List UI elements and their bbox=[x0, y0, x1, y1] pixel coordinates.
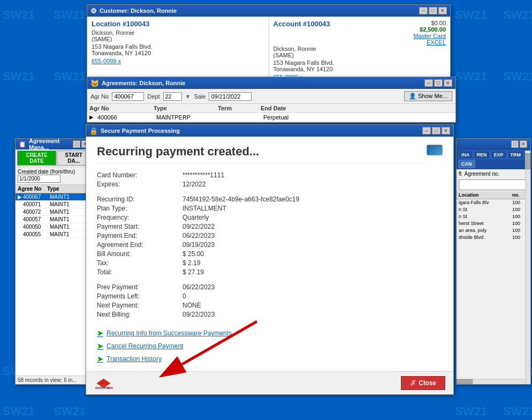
watermark-1: SW21 bbox=[3, 8, 35, 22]
payment-maximize-btn[interactable]: □ bbox=[432, 127, 440, 134]
customer-window-controls[interactable]: ─ □ ✕ bbox=[419, 7, 447, 14]
type-col-header: Type bbox=[154, 105, 218, 111]
account-panel: Account #100043 $0.00 $2,500.00 Master C… bbox=[269, 17, 451, 84]
watermark-13: SW21 bbox=[3, 404, 35, 418]
show-me-button[interactable]: 👤 Show Me... bbox=[404, 91, 452, 101]
payment-minimize-btn[interactable]: ─ bbox=[422, 127, 431, 134]
agreements-icon: 🐱 bbox=[90, 79, 99, 87]
sale-label: Sale bbox=[194, 93, 206, 100]
customer-title: ⚙ Customer: Dickson, Ronnie bbox=[90, 7, 177, 15]
right-row-0[interactable]: igara Falls Blv 100 bbox=[457, 199, 530, 206]
payment-info-grid: Card Number: ***********1111 Expires: 12… bbox=[97, 171, 443, 318]
payment-title-text: Secure Payment Processing bbox=[101, 128, 180, 134]
plan-type-value: INSTALLMENT bbox=[183, 205, 443, 212]
customer-close-btn[interactable]: ✕ bbox=[438, 7, 447, 14]
recurring-info-link[interactable]: ➤ Recurring Info from Successware Paymen… bbox=[97, 329, 443, 338]
row-type-2: MAINT1 bbox=[50, 209, 77, 215]
total-label: Total: bbox=[97, 268, 177, 276]
agreements-window: 🐱 Agreements: Dickson, Ronnie ─ □ ✕ Agr … bbox=[87, 77, 456, 123]
list-row-5[interactable]: 400055 MAINT1 bbox=[16, 231, 92, 238]
date-filter-section: Created date (from/thru) bbox=[16, 167, 92, 185]
payment-content: Recurring payment created... Card Number… bbox=[86, 137, 453, 371]
tab-can[interactable]: CAN bbox=[458, 160, 475, 168]
location-name: Dickson, Ronnie (SAME) bbox=[92, 29, 264, 42]
tab-exp[interactable]: EXP bbox=[491, 151, 507, 159]
list-maximize-btn[interactable]: □ bbox=[73, 140, 80, 148]
tab-ren[interactable]: REN bbox=[474, 151, 490, 159]
tab-ina[interactable]: INA bbox=[458, 151, 473, 159]
right-maximize-btn[interactable]: □ bbox=[511, 140, 519, 148]
mastercard-link[interactable]: Master Card bbox=[413, 33, 446, 39]
right-window-controls[interactable]: □ ✕ bbox=[511, 140, 527, 148]
customer-maximize-btn[interactable]: □ bbox=[429, 7, 437, 14]
location-phone[interactable]: 655-0099 x bbox=[92, 58, 264, 64]
transaction-history-link[interactable]: ➤ Transaction History bbox=[97, 355, 443, 363]
next-billing-value: 09/22/2023 bbox=[183, 311, 443, 318]
dept-input[interactable] bbox=[163, 92, 182, 101]
row-type-0: MAINT1 bbox=[50, 194, 77, 200]
list-toolbar: CREATE DATE START DA... bbox=[16, 149, 92, 167]
next-payment-label: Next Payment: bbox=[97, 302, 177, 309]
list-row-4[interactable]: 400050 MAINT1 bbox=[16, 223, 92, 231]
agreement-end-label: Agreement End: bbox=[97, 241, 177, 249]
tab-trm[interactable]: TRM bbox=[507, 151, 525, 159]
close-button[interactable]: ✗ Close bbox=[401, 376, 445, 390]
customer-title-text: Customer: Dickson, Ronnie bbox=[100, 8, 177, 14]
successware-logo: success ware bbox=[94, 377, 113, 390]
hscrollbar-thumb[interactable] bbox=[457, 379, 473, 384]
location-panel: Location #100043 Dickson, Ronnie (SAME) … bbox=[87, 17, 269, 84]
cancel-recurring-link[interactable]: ➤ Cancel Recurring Payment bbox=[97, 342, 443, 350]
right-location-0: igara Falls Blv bbox=[459, 200, 510, 205]
right-hscrollbar[interactable] bbox=[457, 379, 525, 384]
right-row-1[interactable]: n St 100 bbox=[457, 206, 530, 213]
close-icon: ✗ bbox=[410, 379, 416, 387]
right-row-2[interactable]: n St 100 bbox=[457, 213, 530, 220]
payment-close-btn[interactable]: ✕ bbox=[442, 127, 450, 134]
right-row-4[interactable]: an area, poly 100 bbox=[457, 227, 530, 234]
location-address: 153 Niagara Falls Blvd. Tonawanda, NY 14… bbox=[92, 43, 264, 56]
excel-link[interactable]: EXCEL bbox=[413, 39, 446, 46]
list-row-3[interactable]: 400057 MAINT1 bbox=[16, 216, 92, 223]
agr-no-input[interactable] bbox=[112, 92, 144, 101]
payment-window-controls[interactable]: ─ □ ✕ bbox=[422, 127, 450, 134]
right-close-btn[interactable]: ✕ bbox=[520, 140, 527, 148]
list-row-1[interactable]: 400071 MAINT1 bbox=[16, 201, 92, 208]
agreements-maximize-btn[interactable]: □ bbox=[434, 79, 443, 87]
agreement-end-value: 09/19/2023 bbox=[183, 241, 443, 249]
agree-no-header: Agree No bbox=[18, 186, 47, 192]
create-date-button[interactable]: CREATE DATE bbox=[17, 151, 56, 166]
agreements-window-controls[interactable]: ─ □ ✕ bbox=[424, 79, 452, 87]
row-end-date: Perpetual bbox=[263, 114, 328, 121]
row-type: MAINTPERP bbox=[156, 114, 221, 121]
dept-dropdown[interactable]: ▼ bbox=[185, 93, 191, 100]
right-row-5[interactable]: ithside Blvd. 100 bbox=[457, 234, 530, 241]
watermark-4: SW21 bbox=[503, 8, 532, 22]
expires-label: Expires: bbox=[97, 181, 177, 188]
customer-minimize-btn[interactable]: ─ bbox=[419, 7, 428, 14]
watermark-14: SW21 bbox=[54, 404, 86, 418]
agreements-minimize-btn[interactable]: ─ bbox=[424, 79, 433, 87]
sale-input[interactable] bbox=[209, 92, 252, 101]
row-agr-3: 400057 bbox=[23, 216, 50, 222]
list-col-headers: Agree No Type bbox=[16, 185, 92, 193]
arrow-icon-1: ➤ bbox=[97, 329, 103, 338]
agreements-close-btn[interactable]: ✕ bbox=[444, 79, 452, 87]
list-row-2[interactable]: 400072 MAINT1 bbox=[16, 208, 92, 216]
agr-table-row[interactable]: ▶ 400066 MAINTPERP Perpetual bbox=[87, 113, 455, 122]
agreement-no-input[interactable] bbox=[459, 179, 528, 190]
card-number-value: ***********1111 bbox=[183, 171, 443, 179]
scrollbar-thumb[interactable] bbox=[526, 153, 530, 169]
card-number-label: Card Number: bbox=[97, 171, 177, 179]
watermark-5: SW21 bbox=[3, 70, 35, 84]
list-row-0[interactable]: ▶ 400067 MAINT1 bbox=[16, 193, 92, 201]
row-indicator-0: ▶ bbox=[18, 194, 23, 200]
right-location-5: ithside Blvd. bbox=[459, 235, 510, 240]
right-scrollbar[interactable] bbox=[525, 151, 530, 384]
term-col-header: Term bbox=[218, 105, 261, 111]
right-row-3[interactable]: herst Street 100 bbox=[457, 220, 530, 227]
person-icon: 👤 bbox=[409, 93, 416, 99]
date-from-input[interactable] bbox=[18, 175, 60, 183]
account-name: Dickson, Ronnie (SAME) bbox=[273, 46, 446, 58]
account-header: Account #100043 $0.00 $2,500.00 Master C… bbox=[273, 20, 446, 46]
successware-logo-icon: success ware bbox=[94, 377, 113, 390]
